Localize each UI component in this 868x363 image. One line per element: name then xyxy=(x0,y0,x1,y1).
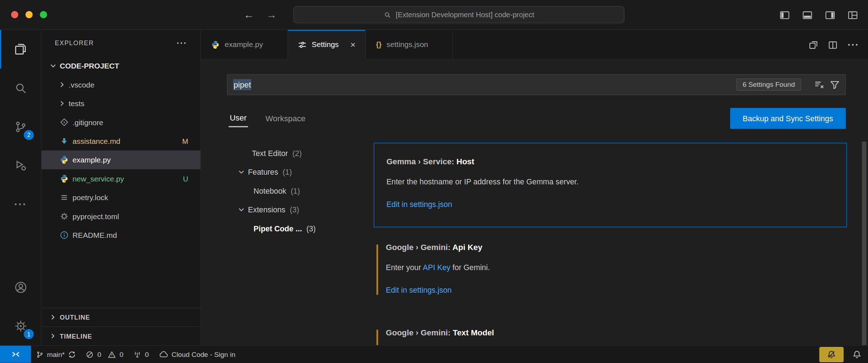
setting-name: Api Key xyxy=(452,243,482,252)
toggle-panel-icon[interactable] xyxy=(802,10,812,20)
layout-controls xyxy=(779,0,858,30)
clear-search-filters-icon[interactable] xyxy=(814,80,824,90)
settings-search-input[interactable]: pipet 6 Settings Found xyxy=(227,74,846,95)
settings-toc: Text Editor (2) Features (1) Notebook (1… xyxy=(223,144,368,238)
chevron-down-icon xyxy=(49,61,58,70)
title-bar: ← → [Extension Development Host] code-pr… xyxy=(0,0,868,30)
search-icon xyxy=(14,81,28,95)
tree-item-readme-md[interactable]: README.md xyxy=(42,226,201,244)
toc-features[interactable]: Features (1) xyxy=(223,162,368,181)
file-label: poetry.lock xyxy=(73,193,108,202)
do-not-disturb-status-item[interactable] xyxy=(819,346,844,362)
tab-settings-json[interactable]: {} settings.json xyxy=(366,30,453,59)
api-key-link[interactable]: API Key xyxy=(423,263,451,272)
filter-icon[interactable] xyxy=(830,80,840,90)
file-label: README.md xyxy=(73,231,117,239)
tab-bar: example.py Settings × {} settings.json xyxy=(201,30,868,60)
remote-indicator[interactable] xyxy=(0,346,31,363)
setting-title: Google › Gemini: Api Key xyxy=(386,242,835,252)
tab-example-py[interactable]: example.py xyxy=(201,30,288,59)
forward-arrow-icon[interactable]: → xyxy=(266,9,277,21)
settings-scrollbar[interactable] xyxy=(862,142,866,345)
tree-item-new-service-py[interactable]: new_service.py U xyxy=(42,169,201,188)
scope-tab-workspace[interactable]: Workspace xyxy=(265,110,307,127)
settings-editor: pipet 6 Settings Found User Workspace Ba… xyxy=(201,60,868,345)
customize-layout-icon[interactable] xyxy=(848,10,858,20)
more-actions-icon[interactable]: ··· xyxy=(848,39,859,51)
cloud-code-status-item[interactable]: Cloud Code - Sign in xyxy=(154,346,240,363)
close-window-button[interactable] xyxy=(11,11,18,18)
toc-label: Features xyxy=(223,168,278,176)
person-icon xyxy=(14,280,28,294)
back-arrow-icon[interactable]: ← xyxy=(244,9,254,21)
branch-status-item[interactable]: main* xyxy=(31,346,81,363)
toggle-secondary-sidebar-icon[interactable] xyxy=(825,10,835,20)
tree-item-assistance-md[interactable]: assistance.md M xyxy=(42,132,201,150)
setting-google-gemini-text-model[interactable]: Google › Gemini: Text Model xyxy=(374,324,847,344)
root-folder-label: CODE-PROJECT xyxy=(60,62,119,70)
open-changes-icon[interactable] xyxy=(809,40,818,50)
tree-item-vscode[interactable]: .vscode xyxy=(42,75,201,94)
outline-label: OUTLINE xyxy=(60,314,90,321)
maximize-window-button[interactable] xyxy=(40,11,47,18)
toc-count: (1) xyxy=(291,187,300,195)
tree-item-pyproject-toml[interactable]: pyproject.toml xyxy=(42,207,201,226)
branch-label: main* xyxy=(47,350,65,358)
scope-tab-user[interactable]: User xyxy=(229,109,248,127)
backup-sync-settings-button[interactable]: Backup and Sync Settings xyxy=(730,108,846,129)
activity-more[interactable]: ··· xyxy=(0,185,41,223)
activity-run-debug[interactable] xyxy=(0,146,41,185)
tree-root-folder[interactable]: CODE-PROJECT xyxy=(42,56,201,75)
problems-status-item[interactable]: 0 0 xyxy=(81,346,128,363)
setting-category: Google › Gemini: xyxy=(386,328,451,337)
edit-in-settings-json-link[interactable]: Edit in settings.json xyxy=(386,286,835,296)
setting-name: Host xyxy=(457,157,475,166)
activity-source-control[interactable]: 2 xyxy=(0,107,41,146)
error-count: 0 xyxy=(97,350,101,358)
toggle-sidebar-icon[interactable] xyxy=(779,10,790,20)
split-editor-icon[interactable] xyxy=(828,40,837,50)
tree-item-gitignore[interactable]: .gitignore xyxy=(42,113,201,132)
chevron-right-icon xyxy=(49,332,57,340)
toc-pipet-code[interactable]: Pipet Code ... (3) xyxy=(223,219,368,238)
toc-text-editor[interactable]: Text Editor (2) xyxy=(223,144,368,162)
outline-section[interactable]: OUTLINE xyxy=(42,307,201,326)
setting-google-gemini-api-key[interactable]: Google › Gemini: Api Key Enter your API … xyxy=(374,239,847,302)
timeline-section[interactable]: TIMELINE xyxy=(42,326,201,345)
close-icon[interactable]: × xyxy=(350,40,355,49)
toc-label: Pipet Code ... xyxy=(223,224,302,232)
description-text: for Gemini. xyxy=(451,263,490,272)
activity-accounts[interactable] xyxy=(0,268,41,306)
activity-bar-spacer xyxy=(0,223,41,268)
search-value: pipet xyxy=(233,80,252,89)
command-center[interactable]: [Extension Development Host] code-projec… xyxy=(293,6,624,23)
tree-item-example-py[interactable]: example.py xyxy=(42,150,201,169)
ports-status-item[interactable]: 0 xyxy=(129,346,154,363)
activity-explorer[interactable] xyxy=(0,30,41,69)
setting-description: Enter your API Key for Gemini. xyxy=(386,263,835,273)
git-untracked-badge: U xyxy=(183,175,188,183)
toc-extensions[interactable]: Extensions (3) xyxy=(223,200,368,219)
source-control-badge: 2 xyxy=(24,130,34,140)
sidebar-title: EXPLORER xyxy=(55,40,94,47)
git-branch-icon xyxy=(36,350,44,358)
toc-count: (1) xyxy=(283,168,292,176)
notifications-status-item[interactable] xyxy=(851,346,868,363)
sliders-icon xyxy=(298,40,307,49)
setting-gemma-service-host[interactable]: Gemma › Service: Host Enter the hostname… xyxy=(374,143,847,227)
debug-play-icon xyxy=(14,159,28,173)
minimize-window-button[interactable] xyxy=(25,11,33,18)
sidebar-more-actions-icon[interactable]: ··· xyxy=(177,38,187,48)
activity-settings[interactable]: 1 xyxy=(0,306,41,345)
toc-label: Text Editor xyxy=(223,149,288,157)
timeline-label: TIMELINE xyxy=(60,333,92,340)
bell-icon xyxy=(853,350,862,359)
tab-settings[interactable]: Settings × xyxy=(288,30,366,59)
command-center-label: [Extension Development Host] code-projec… xyxy=(396,10,535,19)
tree-item-tests[interactable]: tests xyxy=(42,94,201,113)
tree-item-poetry-lock[interactable]: poetry.lock xyxy=(42,188,201,207)
setting-title: Google › Gemini: Text Model xyxy=(386,327,835,338)
edit-in-settings-json-link[interactable]: Edit in settings.json xyxy=(386,200,834,210)
activity-search[interactable] xyxy=(0,69,41,107)
toc-notebook[interactable]: Notebook (1) xyxy=(223,182,368,200)
